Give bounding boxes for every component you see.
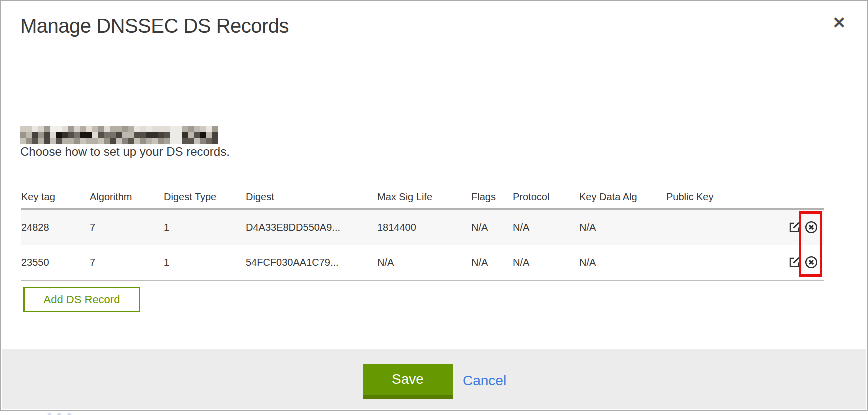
cell-protocol: N/A [513,245,579,280]
add-ds-record-button[interactable]: Add DS Record [23,287,140,312]
table-row: 23550 7 1 54FCF030AA1C79... N/A N/A N/A … [21,245,824,280]
edit-icon[interactable] [788,221,801,234]
instruction-text: Choose how to set up your DS records. [20,145,230,159]
cell-max-sig-life: N/A [377,245,471,280]
delete-icon[interactable] [804,256,818,270]
cell-algorithm: 7 [90,210,164,246]
header-max-sig-life: Max Sig Life [377,186,471,210]
header-key-tag: Key tag [21,186,90,210]
save-button[interactable]: Save [363,364,453,399]
cell-key-tag: 23550 [21,245,90,280]
modal-footer: Save Cancel [2,349,866,410]
header-public-key: Public Key [666,186,744,210]
ds-records-table: Key tag Algorithm Digest Type Digest Max… [21,186,824,281]
header-key-data-alg: Key Data Alg [579,186,666,210]
table-header-row: Key tag Algorithm Digest Type Digest Max… [21,186,824,210]
header-flags: Flags [471,186,513,210]
cell-protocol: N/A [513,210,579,246]
cell-flags: N/A [471,210,513,246]
cell-digest-type: 1 [164,210,246,246]
header-algorithm: Algorithm [90,186,164,210]
header-digest: Digest [246,186,377,210]
header-actions [744,186,824,210]
cell-digest: D4A33E8DD550A9... [246,210,377,246]
page: Manage DNSSEC DS Records ✕ Choose how to… [0,0,868,415]
cell-algorithm: 7 [90,245,164,280]
cell-key-tag: 24828 [21,210,90,246]
cancel-link[interactable]: Cancel [463,373,506,389]
modal-title: Manage DNSSEC DS Records [20,15,289,38]
cell-max-sig-life: 1814400 [377,210,471,246]
table-row: 24828 7 1 D4A33E8DD550A9... 1814400 N/A … [21,210,824,246]
cell-digest: 54FCF030AA1C79... [246,245,377,280]
delete-icon[interactable] [804,220,818,234]
header-digest-type: Digest Type [164,186,246,210]
background-page-fragment [46,412,91,415]
cell-public-key [666,245,744,280]
cell-key-data-alg: N/A [579,210,666,246]
cell-key-data-alg: N/A [579,245,666,280]
edit-icon[interactable] [788,256,801,269]
redacted-domain-name [20,126,218,144]
dnssec-ds-records-modal: Manage DNSSEC DS Records ✕ Choose how to… [0,0,868,412]
cell-public-key [666,210,744,246]
cell-flags: N/A [471,245,513,280]
cell-digest-type: 1 [164,245,246,280]
close-icon[interactable]: ✕ [830,13,848,33]
header-protocol: Protocol [513,186,579,210]
